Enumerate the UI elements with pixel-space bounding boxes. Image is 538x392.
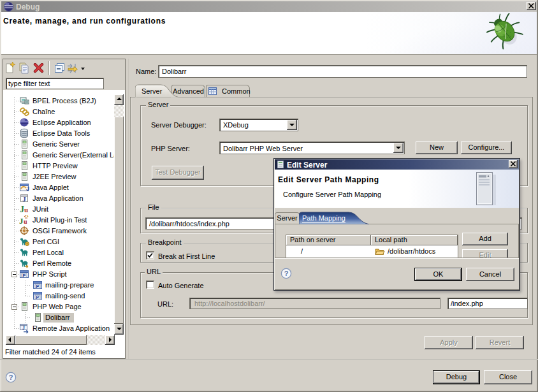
svg-text:J: J [19, 216, 24, 225]
svg-text:J: J [22, 195, 26, 203]
svg-text:J: J [20, 205, 24, 214]
svg-text:J: J [22, 325, 25, 331]
svg-text:u: u [24, 206, 28, 214]
svg-text:?: ? [9, 374, 13, 381]
svg-text:?: ? [284, 270, 289, 277]
svg-text:P: P [22, 273, 26, 279]
svg-text:P: P [36, 284, 40, 289]
svg-text:u: u [24, 218, 27, 225]
svg-text:J: J [26, 185, 29, 192]
svg-text:P: P [36, 294, 40, 300]
